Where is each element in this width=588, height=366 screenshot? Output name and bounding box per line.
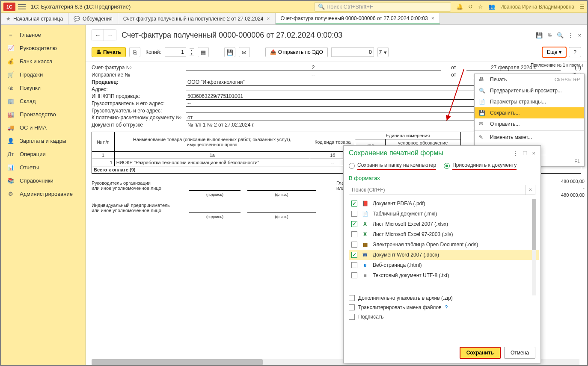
opt-sign[interactable]: Подписать: [349, 314, 535, 320]
radio-attach-doc[interactable]: Присоединить к документу: [444, 162, 517, 170]
print-icon[interactable]: 🖶: [547, 32, 552, 38]
tab-start-page[interactable]: ★ Начальная страница: [1, 13, 68, 24]
scrollbar[interactable]: [532, 199, 536, 295]
spinner-buttons[interactable]: ▲▼: [190, 48, 194, 56]
checkbox-icon[interactable]: ✓: [351, 252, 357, 258]
doc-label: Документ об отгрузке: [92, 122, 186, 128]
format-item[interactable]: 📄Табличный документ (.mxl): [349, 209, 539, 219]
zoom-icon[interactable]: 🔍: [557, 32, 564, 38]
sidebar-item-production[interactable]: 🏭Производство: [1, 108, 85, 121]
sig-line: [247, 185, 316, 191]
checkbox-icon[interactable]: ✓: [351, 201, 357, 207]
more-button[interactable]: Еще ▾: [542, 47, 566, 57]
copies-input[interactable]: [165, 47, 186, 57]
menu-preview[interactable]: 🔍Предварительный просмотр...: [475, 85, 584, 96]
hamburger-icon[interactable]: [18, 4, 26, 9]
sidebar-item-main[interactable]: ≡Главное: [1, 28, 85, 41]
sidebar-item-sales[interactable]: 🛒Продажи: [1, 68, 85, 81]
menu-page-settings[interactable]: 📄Параметры страницы...: [475, 96, 584, 107]
tab-invoice-6[interactable]: Счет-фактура полученный 0000-000006 от 2…: [276, 13, 440, 24]
doc-label: Исправление №: [92, 72, 186, 78]
cart-icon: 🛒: [7, 71, 15, 78]
send-edo-button[interactable]: 📤 Отправить по ЭДО: [265, 47, 328, 57]
opt-translit[interactable]: Транслитерировать имена файлов?: [349, 304, 535, 310]
format-search-input[interactable]: [349, 185, 526, 195]
checkbox-icon[interactable]: ✓: [351, 221, 357, 227]
sidebar-item-warehouse[interactable]: 🏢Склад: [1, 94, 85, 108]
sidebar-item-purchases[interactable]: 🛍Покупки: [1, 81, 85, 94]
sig-line: [189, 207, 241, 213]
sidebar-item-label: Руководителю: [20, 45, 57, 51]
sidebar-item-bank[interactable]: 💰Банк и касса: [1, 55, 85, 68]
close-icon[interactable]: ×: [578, 32, 581, 38]
template-icon[interactable]: ▦: [198, 47, 209, 57]
format-item[interactable]: ✓WДокумент Word 2007 (.docx): [349, 250, 539, 260]
checkbox-icon[interactable]: [351, 272, 357, 278]
doc-label: Грузополучатель и его адрес:: [92, 108, 186, 114]
save-icon[interactable]: 💾: [536, 32, 543, 38]
format-item[interactable]: eВеб-страница (.html): [349, 260, 539, 270]
format-item[interactable]: ✓📕Документ PDF/A (.pdf): [349, 198, 539, 209]
disk-icon[interactable]: 💾: [224, 47, 235, 57]
global-search[interactable]: 🔍 Поиск Ctrl+Shift+F: [314, 2, 451, 12]
sigma-icon[interactable]: Σ ▾: [377, 47, 389, 57]
save-button[interactable]: Сохранить: [460, 347, 501, 359]
cell-num: 1: [92, 159, 115, 166]
copy-icon[interactable]: ⎘: [129, 47, 140, 57]
sidebar-item-operations[interactable]: ДтОперации: [1, 148, 85, 161]
sidebar-item-reports[interactable]: 📊Отчеты: [1, 161, 85, 174]
print-button[interactable]: 🖶 Печать: [92, 47, 126, 57]
menu-bars-icon[interactable]: ☰: [579, 3, 585, 10]
radio-save-folder[interactable]: Сохранить в папку на компьютер: [349, 162, 436, 170]
user-name[interactable]: Иванова Ирина Владимировна: [500, 4, 574, 10]
opt-zip[interactable]: Дополнительно упаковать в архив (.zip): [349, 295, 535, 301]
formats-section-label: В форматах: [344, 173, 540, 183]
tab-discussions[interactable]: 💬 Обсуждения: [68, 13, 118, 24]
format-item[interactable]: ▦Электронная таблица Open Document (.ods…: [349, 239, 539, 250]
bell-icon[interactable]: 🔔: [456, 3, 463, 10]
menu-save[interactable]: 💾Сохранить...: [475, 107, 584, 118]
close-icon[interactable]: ×: [431, 15, 434, 21]
format-item[interactable]: ≡Текстовый документ UTF-8 (.txt): [349, 270, 539, 280]
history-icon[interactable]: ↺: [468, 3, 473, 10]
amount-field[interactable]: [331, 47, 374, 57]
sidebar-item-assets[interactable]: 🚚ОС и НМА: [1, 121, 85, 134]
close-icon[interactable]: ×: [267, 16, 270, 22]
close-icon[interactable]: ×: [532, 150, 535, 156]
checkbox-icon[interactable]: [351, 211, 357, 217]
sidebar-item-salary[interactable]: 👤Зарплата и кадры: [1, 134, 85, 148]
sidebar-item-directories[interactable]: 📚Справочники: [1, 174, 85, 187]
user-icon[interactable]: 👥: [488, 3, 495, 10]
help-icon[interactable]: ?: [445, 304, 448, 310]
nav-forward-button[interactable]: →: [104, 30, 116, 41]
tab-invoice-2[interactable]: Счет-фактура полученный на поступление 2…: [118, 13, 276, 24]
doc-ot: от: [441, 72, 466, 78]
page-title: Счет-фактура полученный 0000-000006 от 2…: [122, 31, 342, 40]
search-icon: 🔍: [318, 3, 325, 10]
menu-print[interactable]: 🖶ПечатьCtrl+Shift+P: [475, 74, 584, 85]
sidebar-item-manager[interactable]: 📈Руководителю: [1, 41, 85, 55]
header-actions: 💾 🖶 🔍 ⋮ ×: [536, 32, 581, 38]
format-item[interactable]: XЛист Microsoft Excel 97-2003 (.xls): [349, 229, 539, 239]
radio-label: Присоединить к документу: [452, 162, 517, 170]
mail-icon[interactable]: ✉: [239, 47, 250, 57]
dialog-buttons: Сохранить Отмена: [344, 342, 540, 363]
format-list[interactable]: ✓📕Документ PDF/A (.pdf)📄Табличный докуме…: [349, 198, 539, 280]
help-button[interactable]: ?: [569, 47, 581, 57]
sidebar-item-admin[interactable]: ⚙Администрирование: [1, 187, 85, 201]
star-icon[interactable]: ☆: [478, 3, 483, 10]
checkbox-icon[interactable]: [351, 262, 357, 268]
sidebar-item-label: Отчеты: [20, 164, 39, 171]
more-icon[interactable]: ⋮: [568, 32, 573, 38]
opt-label: Транслитерировать имена файлов: [358, 304, 442, 310]
checkbox-icon[interactable]: [351, 242, 357, 248]
more-icon[interactable]: ⋮: [513, 150, 518, 156]
clear-icon[interactable]: ×: [526, 185, 535, 195]
nav-back-button[interactable]: ←: [92, 30, 104, 41]
cancel-button[interactable]: Отмена: [504, 347, 535, 359]
menu-send[interactable]: ✉Отправить...: [475, 118, 584, 130]
checkbox-icon[interactable]: [351, 231, 357, 237]
format-item[interactable]: ✓XЛист Microsoft Excel 2007 (.xlsx): [349, 219, 539, 229]
maximize-icon[interactable]: ☐: [523, 150, 528, 156]
menu-edit-layout[interactable]: ✎Изменить макет...: [475, 132, 584, 143]
